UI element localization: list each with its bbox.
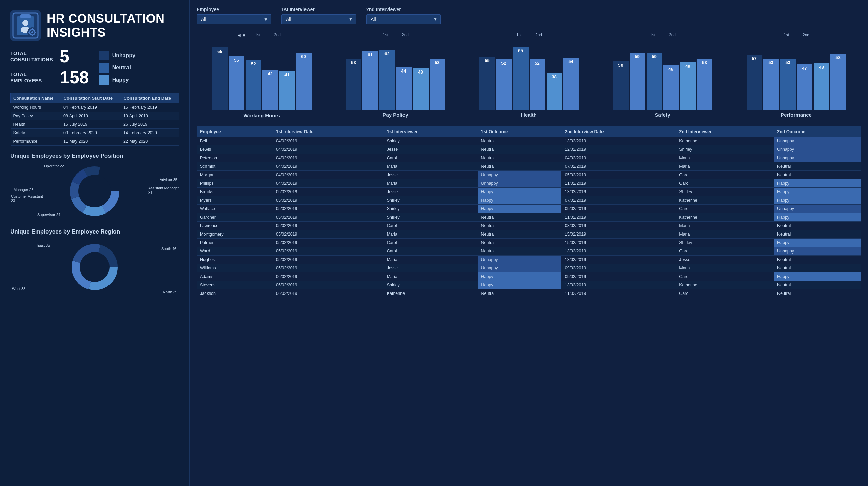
chart-column-2: 1st2nd555265523854Health bbox=[464, 33, 594, 118]
chart-bar[interactable]: 58 bbox=[830, 54, 846, 110]
legend-neutral: Neutral bbox=[99, 63, 135, 73]
table-row: Lewis04/02/2019JesseNeutral12/02/2019Shi… bbox=[197, 145, 861, 154]
chart-bar[interactable]: 38 bbox=[547, 73, 562, 110]
chart-bar[interactable]: 52 bbox=[246, 60, 261, 110]
chart-bar[interactable]: 59 bbox=[630, 53, 645, 110]
table-row: Schmidt04/02/2019MariaNeutral07/02/2019M… bbox=[197, 162, 861, 171]
label-manager: Manager 23 bbox=[14, 188, 34, 192]
chart-column-4: 1st2nd575353474858Performance bbox=[731, 33, 861, 118]
legend-section: Unhappy Neutral Happy bbox=[99, 51, 135, 85]
table-row: Lawrence05/02/2019CarolNeutral08/02/2019… bbox=[197, 222, 861, 230]
page-title: HR CONSULTATION INSIGHTS bbox=[47, 12, 164, 40]
col-header-start: Consultation Start Date bbox=[61, 93, 121, 103]
label-operator: Operator 22 bbox=[44, 164, 64, 168]
table-row: Gardner05/02/2019ShirleyNeutral11/02/201… bbox=[197, 213, 861, 222]
chart-bar[interactable]: 52 bbox=[496, 59, 512, 110]
employee-filter-label: Employee bbox=[197, 7, 271, 12]
right-panel: Employee All ▼ 1st Interviewer All ▼ bbox=[190, 0, 868, 486]
total-employees-value: 158 bbox=[60, 68, 89, 86]
left-panel: HR CONSULTATION INSIGHTS TOTAL CONSULTAT… bbox=[0, 0, 190, 486]
chart-bar[interactable]: 50 bbox=[613, 61, 629, 110]
label-west: West 38 bbox=[12, 287, 25, 291]
legend-happy: Happy bbox=[99, 75, 135, 85]
stats-section: TOTAL CONSULTATIONS 5 TOTAL EMPLOYEES 15… bbox=[10, 47, 89, 86]
chart-bar[interactable]: 53 bbox=[763, 59, 779, 110]
chart-bar[interactable]: 46 bbox=[663, 65, 679, 110]
chart-bar[interactable]: 61 bbox=[362, 51, 378, 110]
position-donut: Operator 22 Advisor 35 Manager 23 Custom… bbox=[10, 161, 179, 222]
chart-bar[interactable]: 49 bbox=[680, 62, 696, 110]
chart-bar[interactable]: 47 bbox=[797, 64, 812, 110]
unhappy-label: Unhappy bbox=[112, 53, 135, 59]
interviewer2-select-wrapper[interactable]: All ▼ bbox=[366, 14, 441, 24]
total-consultations-row: TOTAL CONSULTATIONS 5 bbox=[10, 47, 89, 65]
data-table-section[interactable]: Employee1st Interview Date1st Interviewe… bbox=[197, 126, 861, 483]
interviewer1-filter-label: 1st Interviewer bbox=[281, 7, 356, 12]
chart-column-1: 1st2nd536162444353Pay Policy bbox=[330, 33, 460, 118]
filters-row: Employee All ▼ 1st Interviewer All ▼ bbox=[197, 7, 861, 24]
chart-col-title-4: Performance bbox=[781, 112, 812, 118]
chart-bar[interactable]: 53 bbox=[430, 59, 445, 110]
chart-bar[interactable]: 53 bbox=[780, 59, 796, 110]
region-donut: East 35 South 46 West 38 North 39 bbox=[10, 237, 179, 298]
chart-bar[interactable]: 62 bbox=[379, 50, 395, 110]
app-container: HR CONSULTATION INSIGHTS TOTAL CONSULTAT… bbox=[0, 0, 868, 486]
table-row: Hughes05/02/2019MariaUnhappy13/02/2019Je… bbox=[197, 256, 861, 264]
position-donut-svg bbox=[66, 162, 123, 220]
chart-bar[interactable]: 42 bbox=[262, 70, 278, 110]
table-row: Health15 July 201926 July 2019 bbox=[11, 120, 179, 129]
position-chart-title: Unique Employees by Employee Position bbox=[10, 153, 179, 159]
table-row: Morgan04/02/2019JesseUnhappy05/02/2019Ca… bbox=[197, 171, 861, 179]
chart-bar[interactable]: 56 bbox=[229, 56, 244, 110]
table-row: Pay Policy08 April 201919 April 2019 bbox=[11, 112, 179, 120]
happy-color-box bbox=[99, 75, 109, 85]
table-row: Brooks05/02/2019JesseHappy13/02/2019Shir… bbox=[197, 188, 861, 196]
chart-bar[interactable]: 52 bbox=[530, 59, 545, 110]
interviewer1-filter-group: 1st Interviewer All ▼ bbox=[281, 7, 356, 24]
col-header-end: Consultation End Date bbox=[121, 93, 179, 103]
table-row: Peterson04/02/2019CarolNeutral04/02/2019… bbox=[197, 154, 861, 162]
label-supervisor: Supervisor 24 bbox=[37, 212, 60, 217]
chart-col-title-3: Safety bbox=[655, 112, 670, 118]
chart-bar[interactable]: 59 bbox=[647, 53, 662, 110]
interviewer1-select[interactable]: All bbox=[281, 14, 356, 24]
interviewer2-select[interactable]: All bbox=[366, 14, 441, 24]
label-advisor: Advisor 35 bbox=[160, 178, 177, 182]
employee-select-wrapper[interactable]: All ▼ bbox=[197, 14, 271, 24]
table-row: Williams05/02/2019JesseUnhappy09/02/2019… bbox=[197, 264, 861, 272]
chart-bar[interactable]: 54 bbox=[563, 58, 579, 110]
chart-bar[interactable]: 43 bbox=[413, 68, 429, 110]
chart-bar[interactable]: 48 bbox=[814, 63, 829, 110]
label-north: North 39 bbox=[163, 290, 177, 294]
employee-select[interactable]: All bbox=[197, 14, 271, 24]
svg-point-19 bbox=[78, 175, 111, 207]
chart-bar[interactable]: 65 bbox=[212, 47, 228, 110]
chart-col-title-0: Working Hours bbox=[243, 113, 280, 118]
chart-bar[interactable]: 60 bbox=[296, 53, 312, 110]
chart-bar[interactable]: 65 bbox=[513, 47, 529, 110]
total-consultations-label: TOTAL CONSULTATIONS bbox=[10, 50, 54, 63]
table-row: Montgomery05/02/2019MariaNeutral15/02/20… bbox=[197, 230, 861, 239]
table-row: Ward05/02/2019CarolNeutral13/02/2019Caro… bbox=[197, 247, 861, 256]
chart-bar[interactable]: 55 bbox=[479, 57, 495, 110]
label-assistant-manager: Assistant Manager31 bbox=[148, 186, 179, 195]
happy-label: Happy bbox=[112, 77, 129, 83]
table-row: Wallace05/02/2019ShirleyHappy09/02/2019C… bbox=[197, 205, 861, 213]
chart-filter-icons[interactable]: ⊞ ≡ bbox=[237, 33, 245, 38]
charts-container: ⊞ ≡1st2nd655652424160Working Hours1st2nd… bbox=[197, 30, 861, 121]
chart-bar[interactable]: 57 bbox=[747, 55, 762, 110]
legend-unhappy: Unhappy bbox=[99, 51, 135, 60]
chart-bar[interactable]: 53 bbox=[346, 59, 361, 110]
total-consultations-value: 5 bbox=[60, 47, 70, 65]
chart-bar[interactable]: 53 bbox=[697, 59, 712, 110]
consultations-table: Consultation Name Consultation Start Dat… bbox=[10, 93, 179, 146]
chart-bar[interactable]: 41 bbox=[279, 71, 295, 110]
svg-point-24 bbox=[80, 252, 110, 282]
table-row: Jackson06/02/2019KatherineNeutral11/02/2… bbox=[197, 289, 861, 298]
interviewer1-select-wrapper[interactable]: All ▼ bbox=[281, 14, 356, 24]
svg-point-8 bbox=[31, 31, 33, 33]
interviewer2-filter-group: 2nd Interviewer All ▼ bbox=[366, 7, 441, 24]
chart-bar[interactable]: 44 bbox=[396, 67, 412, 110]
chart-column-0: ⊞ ≡1st2nd655652424160Working Hours bbox=[197, 33, 327, 118]
interviewer2-filter-label: 2nd Interviewer bbox=[366, 7, 441, 12]
